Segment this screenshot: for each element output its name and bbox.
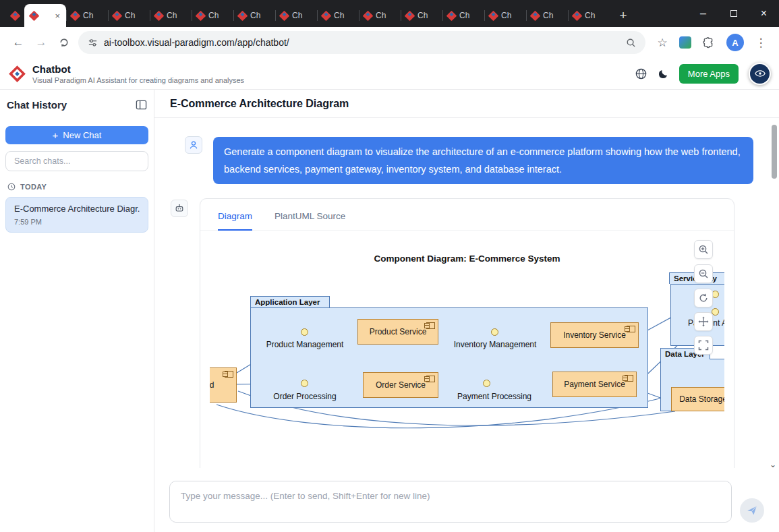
browser-tab[interactable]: Ch: [275, 4, 317, 27]
new-tab-button[interactable]: +: [614, 6, 633, 25]
extension-button[interactable]: [674, 31, 697, 54]
browser-tab[interactable]: Ch: [359, 4, 401, 27]
browser-tab[interactable]: Ch: [401, 4, 442, 27]
tab-diagram[interactable]: Diagram: [218, 211, 252, 231]
forward-button[interactable]: →: [30, 31, 53, 54]
tab-label: Ch: [543, 11, 553, 20]
url-text[interactable]: ai-toolbox.visual-paradigm.com/app/chatb…: [104, 37, 626, 48]
accessibility-widget-button[interactable]: [749, 63, 771, 85]
browser-tab[interactable]: Ch: [233, 4, 275, 27]
component-inventory-service: Inventory Service: [550, 322, 639, 348]
chat-history-title: Chat History: [7, 99, 67, 111]
collapse-panel-icon[interactable]: [136, 99, 147, 111]
new-chat-button[interactable]: + New Chat: [5, 126, 148, 144]
chat-scroll-area[interactable]: Generate a component diagram to visualiz…: [154, 119, 772, 468]
site-info-icon[interactable]: [88, 38, 98, 48]
browser-tab[interactable]: Ch: [317, 4, 359, 27]
tab-plantuml-source[interactable]: PlantUML Source: [275, 211, 345, 230]
zoom-page-icon[interactable]: [626, 38, 636, 48]
scroll-down-icon[interactable]: ⌄: [770, 460, 776, 469]
browser-tab[interactable]: Ch: [526, 4, 568, 27]
fullscreen-icon: [698, 340, 709, 351]
vp-favicon-icon: [530, 10, 541, 21]
tab-label: Ch: [417, 11, 428, 20]
component-icon: [625, 375, 633, 382]
back-button[interactable]: ←: [7, 31, 30, 54]
search-chats-input[interactable]: [5, 151, 148, 171]
app-body: Chat History + New Chat TODAY E-Commerce…: [0, 90, 779, 532]
language-globe-button[interactable]: [635, 67, 647, 80]
pan-move-button[interactable]: [694, 312, 713, 331]
zoom-in-icon: [698, 244, 709, 255]
eye-icon: [754, 67, 766, 80]
more-apps-button[interactable]: More Apps: [679, 64, 739, 84]
robot-icon: [174, 203, 185, 214]
chat-history-item[interactable]: E-Commerce Architecture Diagr... 7:59 PM: [5, 197, 148, 233]
interface-label: Payment Processing: [457, 392, 531, 401]
sidebar-header: Chat History: [5, 99, 148, 111]
browser-tab[interactable]: Ch: [66, 4, 108, 27]
extension-icon: [679, 36, 691, 49]
send-button[interactable]: [740, 498, 764, 523]
move-icon: [698, 316, 709, 327]
close-window-button[interactable]: ×: [749, 0, 779, 27]
tab-label: Ch: [376, 11, 386, 20]
component-label: Data Storage: [679, 394, 724, 404]
browser-tab[interactable]: Ch: [442, 4, 484, 27]
active-tab[interactable]: ×: [24, 4, 66, 27]
component-data-storage: Data Storage: [671, 387, 724, 411]
maximize-button[interactable]: [718, 0, 749, 27]
puzzle-icon: [702, 36, 714, 49]
close-tab-icon[interactable]: ×: [55, 11, 60, 20]
zoom-in-button[interactable]: [694, 240, 713, 259]
address-bar[interactable]: ai-toolbox.visual-paradigm.com/app/chatb…: [78, 31, 645, 54]
browser-menu-button[interactable]: ⋮: [749, 31, 772, 54]
browser-window: × Ch Ch Ch Ch Ch Ch Ch Ch Ch Ch Ch Ch Ch…: [0, 0, 779, 532]
zoom-out-button[interactable]: [694, 264, 713, 283]
sidebar: Chat History + New Chat TODAY E-Commerce…: [0, 90, 154, 532]
diagram-canvas[interactable]: Component Diagram: E-Commerce System App…: [210, 237, 724, 468]
browser-tab[interactable]: Ch: [484, 4, 526, 27]
fullscreen-button[interactable]: [694, 336, 713, 355]
vp-favicon-icon: [237, 10, 248, 21]
app-title: Chatbot: [32, 63, 244, 75]
bookmark-star-button[interactable]: ☆: [651, 31, 674, 54]
vp-favicon-icon: [488, 10, 499, 21]
vp-favicon-icon: [363, 10, 374, 21]
tab-label: Ch: [208, 11, 219, 20]
extensions-menu-button[interactable]: [697, 31, 720, 54]
window-controls: – ×: [688, 0, 779, 27]
page-title: E-Commerce Architecture Diagram: [170, 98, 349, 110]
scrollbar-thumb[interactable]: [772, 125, 777, 179]
component-label: Inventory Service: [563, 330, 626, 340]
today-label: TODAY: [20, 183, 47, 191]
plus-icon: +: [53, 129, 59, 141]
message-input-card: [169, 481, 732, 523]
interface-label: Product Management: [266, 340, 344, 349]
component-product-service: Product Service: [357, 319, 438, 345]
package-application-layer-tab: Application Layer: [250, 296, 330, 307]
browser-tab[interactable]: Ch: [192, 4, 233, 27]
tab-label: Ch: [585, 11, 595, 20]
new-chat-label: New Chat: [63, 130, 101, 140]
clock-icon: [7, 183, 16, 191]
reload-button[interactable]: [53, 31, 76, 54]
tab-label: Ch: [501, 11, 511, 20]
browser-tab[interactable]: Ch: [150, 4, 192, 27]
user-message-bubble: Generate a component diagram to visualiz…: [213, 137, 753, 184]
result-tabs: Diagram PlantUML Source: [200, 199, 734, 231]
message-input[interactable]: [170, 481, 731, 522]
browser-tab[interactable]: Ch: [108, 4, 150, 27]
reset-view-button[interactable]: [694, 289, 713, 307]
reload-icon: [59, 37, 69, 48]
pinned-tab[interactable]: [5, 4, 24, 27]
interface-product-management: [301, 328, 308, 336]
dark-mode-button[interactable]: [658, 68, 669, 80]
interface-label: Inventory Management: [454, 340, 537, 349]
minimize-button[interactable]: –: [688, 0, 718, 27]
browser-tab[interactable]: Ch: [568, 4, 610, 27]
tab-label: Ch: [125, 11, 135, 20]
vp-favicon-icon: [9, 10, 20, 21]
profile-avatar[interactable]: A: [726, 34, 744, 51]
component-label: Product Service: [370, 327, 427, 336]
